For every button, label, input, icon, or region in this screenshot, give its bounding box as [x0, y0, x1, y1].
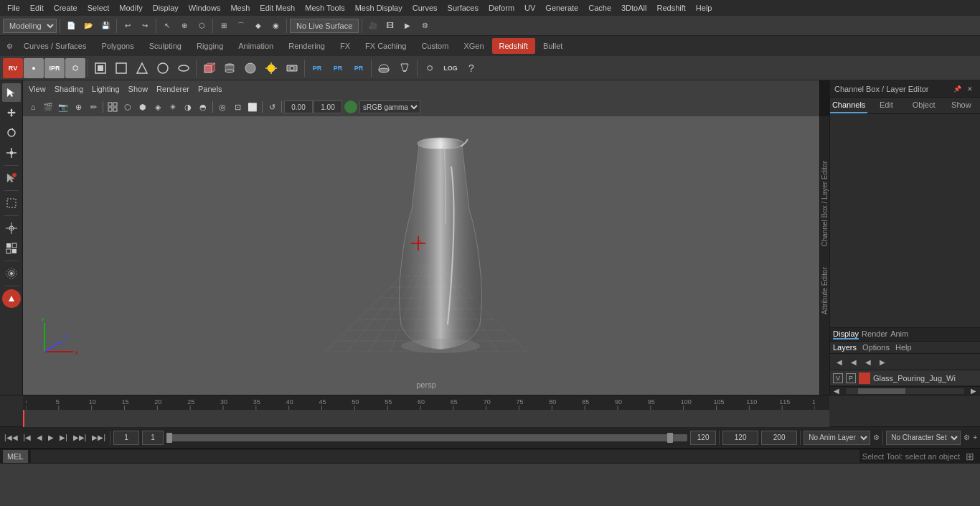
vp-xray-btn[interactable]: ⊡: [230, 100, 245, 114]
tab-curves-surfaces[interactable]: Curves / Surfaces: [17, 38, 93, 54]
menu-select[interactable]: Select: [83, 2, 114, 14]
shape2-btn[interactable]: [111, 58, 131, 78]
layer-prev2-btn[interactable]: ◀: [847, 355, 860, 368]
sphere-btn[interactable]: [240, 58, 260, 78]
anim-layer-select[interactable]: No Anim Layer: [804, 431, 870, 445]
tab-animation[interactable]: Animation: [231, 38, 281, 54]
workspace-dropdown[interactable]: Modeling: [3, 19, 57, 33]
shape3-btn[interactable]: [132, 58, 152, 78]
vp-wire-btn[interactable]: ⬡: [121, 100, 135, 114]
transform-tool[interactable]: [2, 239, 21, 258]
scroll-thumb[interactable]: [858, 388, 905, 394]
shading-menu[interactable]: Shading: [55, 85, 83, 93]
live-surface-btn[interactable]: No Live Surface: [290, 19, 359, 33]
view-menu[interactable]: View: [29, 85, 46, 93]
layer-tab-help[interactable]: Help: [895, 343, 912, 352]
transport-end[interactable]: ▶▶|: [90, 432, 107, 443]
scale-input[interactable]: [314, 100, 342, 113]
horizontal-scrollbar[interactable]: ◀ ▶: [830, 386, 980, 395]
layer-next2-btn[interactable]: ▶: [876, 355, 889, 368]
tab-show[interactable]: Show: [943, 98, 980, 113]
command-input[interactable]: [31, 450, 859, 463]
scale-tool[interactable]: [2, 144, 21, 162]
transport-next[interactable]: ▶|: [58, 432, 69, 443]
char-set-icon2[interactable]: +: [973, 434, 977, 441]
layer-visibility-btn[interactable]: V: [833, 373, 843, 383]
move-tool[interactable]: [2, 103, 21, 122]
command-type-selector[interactable]: MEL: [3, 450, 28, 463]
last-tool[interactable]: [2, 169, 21, 187]
save-btn[interactable]: 💾: [98, 18, 113, 34]
layer-next-btn[interactable]: ◀: [862, 355, 875, 368]
render-seq-btn[interactable]: 🎞: [382, 18, 398, 34]
subtab-anim[interactable]: Anim: [890, 329, 908, 339]
vp-ao-btn[interactable]: ◓: [196, 100, 210, 114]
redshift-logo[interactable]: [2, 289, 21, 308]
open-btn[interactable]: 📂: [80, 18, 96, 34]
scroll-track[interactable]: [846, 388, 964, 394]
ipr-btn[interactable]: ▶: [400, 18, 415, 34]
subtab-render[interactable]: Render: [862, 329, 887, 339]
tab-custom[interactable]: Custom: [415, 38, 456, 54]
snap-curve-btn[interactable]: ⌒: [233, 18, 249, 34]
pr2-btn[interactable]: PR: [328, 58, 348, 78]
menu-redshift[interactable]: Redshift: [652, 2, 689, 14]
shape1-btn[interactable]: [90, 58, 110, 78]
menu-help[interactable]: Help: [692, 2, 717, 14]
rs-logo-btn[interactable]: ⬡: [65, 58, 85, 78]
char-set-select[interactable]: No Character Set: [886, 431, 961, 445]
panels-menu[interactable]: Panels: [198, 85, 222, 93]
shape5-btn[interactable]: [174, 58, 194, 78]
vp-isolate-btn[interactable]: ◎: [215, 100, 230, 114]
layer-prev-btn[interactable]: ◀: [833, 355, 846, 368]
tube-btn[interactable]: [220, 58, 240, 78]
tab-redshift[interactable]: Redshift: [492, 38, 535, 54]
current-frame-input[interactable]: [113, 431, 139, 445]
vp-light-btn[interactable]: ☀: [166, 100, 180, 114]
layer-playback-btn[interactable]: P: [846, 373, 856, 383]
cube-btn[interactable]: [199, 58, 219, 78]
rs-help-btn[interactable]: ?: [461, 58, 481, 78]
rotate-input[interactable]: [284, 100, 313, 113]
lighting-menu[interactable]: Lighting: [92, 85, 120, 93]
snap-grid-btn[interactable]: ⊞: [216, 18, 232, 34]
vp-shadow-btn[interactable]: ◑: [181, 100, 195, 114]
snap-tool[interactable]: [2, 219, 21, 238]
layer-tab-layers[interactable]: Layers: [833, 343, 857, 352]
tab-sculpting[interactable]: Sculpting: [142, 38, 189, 54]
max-frame-input[interactable]: [722, 431, 758, 445]
rotate-tool[interactable]: [2, 123, 21, 142]
vp-loop-btn[interactable]: ↺: [265, 100, 279, 114]
cb-pin-btn[interactable]: 📌: [951, 83, 963, 95]
menu-3dtoa[interactable]: 3DtoAll: [617, 2, 651, 14]
rs-camera-btn[interactable]: [282, 58, 302, 78]
cb-close-btn[interactable]: ✕: [964, 83, 976, 95]
menu-mesh-display[interactable]: Mesh Display: [351, 2, 407, 14]
tab-channels[interactable]: Channels: [830, 98, 867, 113]
snap-view-btn[interactable]: ◉: [268, 18, 283, 34]
menu-edit[interactable]: Edit: [26, 2, 48, 14]
color-space-select[interactable]: sRGB gamma: [359, 100, 420, 113]
select-tool[interactable]: [2, 83, 21, 102]
tab-fx[interactable]: FX: [333, 38, 357, 54]
range-slider[interactable]: [166, 434, 687, 441]
char-set-icon1[interactable]: ⚙: [963, 434, 970, 441]
menu-file[interactable]: File: [3, 2, 24, 14]
paint-select-btn[interactable]: ⬡: [194, 18, 209, 34]
menu-surfaces[interactable]: Surfaces: [443, 2, 483, 14]
transport-prev[interactable]: ◀: [35, 432, 44, 443]
renderer-menu[interactable]: Renderer: [156, 85, 189, 93]
menu-mesh[interactable]: Mesh: [226, 2, 254, 14]
transport-next-key[interactable]: ▶▶|: [72, 432, 88, 443]
menu-curves[interactable]: Curves: [408, 2, 442, 14]
menu-modify[interactable]: Modify: [115, 2, 146, 14]
range-end-input[interactable]: [690, 431, 716, 445]
render-btn[interactable]: 🎥: [365, 18, 381, 34]
menu-uv[interactable]: UV: [520, 2, 540, 14]
menu-cache[interactable]: Cache: [584, 2, 616, 14]
transport-prev-key[interactable]: |◀: [22, 432, 33, 443]
vp-film-btn[interactable]: 🎬: [41, 100, 55, 114]
menu-create[interactable]: Create: [50, 2, 82, 14]
anim-layer-icon[interactable]: ⚙: [873, 434, 880, 441]
max2-frame-input[interactable]: [761, 431, 797, 445]
